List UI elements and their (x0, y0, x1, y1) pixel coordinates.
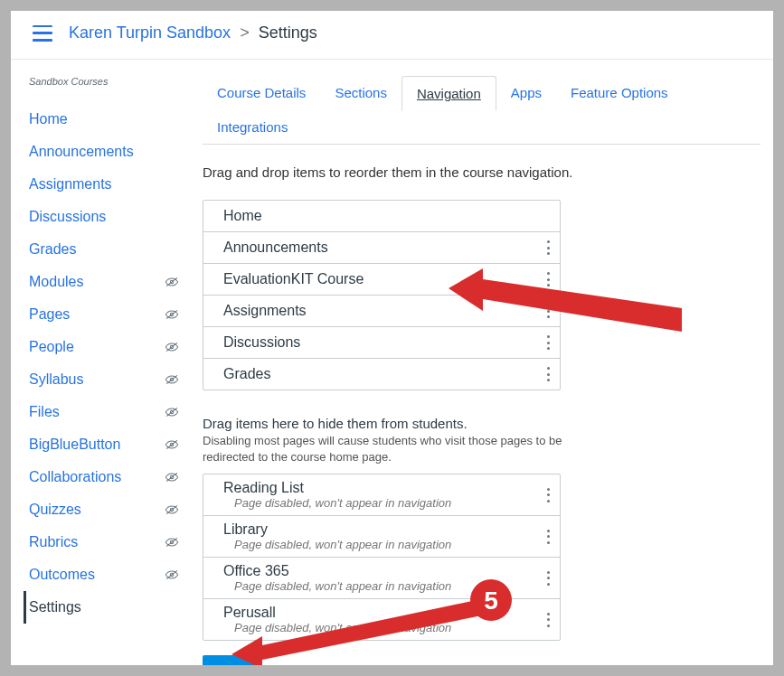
hidden-nav-item-label: Reading List (223, 480, 451, 496)
nav-item-row[interactable]: Discussions (203, 326, 560, 358)
hidden-eye-icon (165, 277, 179, 287)
kebab-menu-icon[interactable] (547, 335, 551, 350)
kebab-menu-icon[interactable] (547, 488, 551, 502)
kebab-menu-icon[interactable] (547, 304, 551, 318)
sidebar-item-label: People (29, 339, 74, 355)
tab-apps[interactable]: Apps (496, 76, 556, 110)
nav-item-row[interactable]: Assignments (203, 295, 560, 326)
sidebar-item-settings[interactable]: Settings (24, 591, 184, 624)
hidden-nav-item-note: Page disabled, won't appear in navigatio… (223, 621, 451, 634)
sidebar-item-label: Assignments (29, 176, 112, 192)
nav-item-label: Discussions (223, 334, 300, 351)
tab-feature-options[interactable]: Feature Options (556, 76, 683, 110)
hide-subtext: Disabling most pages will cause students… (203, 433, 564, 465)
nav-item-label: EvaluationKIT Course (223, 271, 364, 287)
sidebar-item-label: Settings (29, 599, 81, 615)
hidden-eye-icon (165, 569, 179, 580)
sidebar-item-outcomes[interactable]: Outcomes (24, 559, 184, 591)
hidden-nav-item-row[interactable]: Office 365Page disabled, won't appear in… (203, 557, 560, 598)
settings-main: Course DetailsSectionsNavigationAppsFeat… (184, 76, 760, 665)
sidebar-item-label: Outcomes (29, 567, 95, 583)
hidden-eye-icon (165, 472, 179, 483)
hide-instruction: Drag items here to hide them from studen… (203, 416, 760, 431)
sidebar-item-discussions[interactable]: Discussions (24, 201, 184, 233)
drag-instruction: Drag and drop items to reorder them in t… (203, 164, 760, 180)
hidden-eye-icon (165, 374, 179, 385)
save-button[interactable]: Save (203, 655, 262, 665)
nav-item-label: Grades (223, 366, 270, 382)
nav-item-label: Announcements (223, 239, 328, 256)
hidden-eye-icon (165, 309, 179, 320)
hidden-nav-item-note: Page disabled, won't appear in navigatio… (223, 538, 451, 551)
hidden-navigation-list: Reading ListPage disabled, won't appear … (203, 474, 561, 641)
nav-item-row[interactable]: EvaluationKIT Course (203, 263, 560, 295)
nav-item-row[interactable]: Home (203, 201, 560, 231)
sidebar-item-files[interactable]: Files (24, 396, 184, 428)
sidebar-item-label: Collaborations (29, 469, 121, 485)
sidebar-item-pages[interactable]: Pages (24, 298, 184, 331)
breadcrumb-separator: > (240, 23, 250, 42)
hidden-nav-item-row[interactable]: LibraryPage disabled, won't appear in na… (203, 515, 560, 557)
nav-item-row[interactable]: Grades (203, 358, 560, 390)
sidebar-item-home[interactable]: Home (24, 103, 184, 136)
hidden-nav-item-label: Library (223, 521, 451, 538)
hidden-nav-item-row[interactable]: Reading ListPage disabled, won't appear … (203, 474, 560, 515)
sidebar-item-syllabus[interactable]: Syllabus (24, 363, 184, 396)
sidebar-item-assignments[interactable]: Assignments (24, 168, 184, 201)
sidebar-item-label: Rubrics (29, 534, 78, 550)
sidebar-item-grades[interactable]: Grades (24, 233, 184, 266)
sidebar-item-label: Discussions (29, 209, 106, 225)
hidden-eye-icon (165, 407, 179, 418)
sidebar-item-label: Grades (29, 241, 76, 258)
hidden-nav-item-label: Office 365 (223, 563, 451, 579)
course-sidebar: Sandbox Courses HomeAnnouncementsAssignm… (24, 76, 184, 665)
tab-course-details[interactable]: Course Details (203, 76, 320, 110)
hidden-eye-icon (165, 439, 179, 450)
enabled-navigation-list: HomeAnnouncementsEvaluationKIT CourseAss… (203, 200, 561, 390)
hidden-nav-item-row[interactable]: PerusallPage disabled, won't appear in n… (203, 598, 560, 640)
settings-tabs: Course DetailsSectionsNavigationAppsFeat… (203, 76, 760, 145)
sidebar-item-label: Pages (29, 306, 70, 323)
breadcrumb: Karen Turpin Sandbox > Settings (69, 23, 317, 42)
sidebar-item-label: Files (29, 404, 60, 420)
sidebar-item-rubrics[interactable]: Rubrics (24, 526, 184, 559)
sidebar-item-label: Home (29, 111, 68, 127)
kebab-menu-icon[interactable] (547, 613, 551, 627)
sidebar-item-label: Modules (29, 274, 83, 290)
kebab-menu-icon[interactable] (547, 571, 551, 586)
sidebar-item-people[interactable]: People (24, 331, 184, 363)
breadcrumb-course-link[interactable]: Karen Turpin Sandbox (69, 23, 231, 42)
sidebar-item-announcements[interactable]: Announcements (24, 136, 184, 168)
tab-integrations[interactable]: Integrations (203, 110, 302, 144)
sidebar-item-label: Syllabus (29, 371, 83, 388)
hidden-nav-item-note: Page disabled, won't appear in navigatio… (223, 496, 451, 510)
hidden-eye-icon (165, 342, 179, 352)
hidden-eye-icon (165, 504, 179, 515)
kebab-menu-icon[interactable] (547, 530, 551, 544)
nav-item-label: Home (223, 208, 262, 224)
sidebar-item-modules[interactable]: Modules (24, 266, 184, 298)
nav-item-label: Assignments (223, 303, 307, 319)
sidebar-item-label: BigBlueButton (29, 437, 120, 453)
hidden-nav-item-note: Page disabled, won't appear in navigatio… (223, 579, 451, 593)
hidden-eye-icon (165, 537, 179, 548)
kebab-menu-icon[interactable] (547, 240, 551, 255)
sidebar-item-bigbluebutton[interactable]: BigBlueButton (24, 428, 184, 461)
kebab-menu-icon[interactable] (547, 272, 551, 286)
sidebar-item-label: Announcements (29, 144, 134, 160)
kebab-menu-icon[interactable] (547, 367, 551, 381)
breadcrumb-current: Settings (259, 23, 317, 42)
sidebar-item-quizzes[interactable]: Quizzes (24, 493, 184, 526)
nav-item-row[interactable]: Announcements (203, 231, 560, 263)
tab-navigation[interactable]: Navigation (401, 76, 496, 111)
hamburger-menu-icon[interactable] (33, 25, 52, 42)
tab-sections[interactable]: Sections (320, 76, 401, 110)
sidebar-title: Sandbox Courses (24, 76, 184, 103)
hidden-nav-item-label: Perusall (223, 605, 451, 621)
sidebar-item-collaborations[interactable]: Collaborations (24, 461, 184, 493)
sidebar-item-label: Quizzes (29, 502, 81, 518)
